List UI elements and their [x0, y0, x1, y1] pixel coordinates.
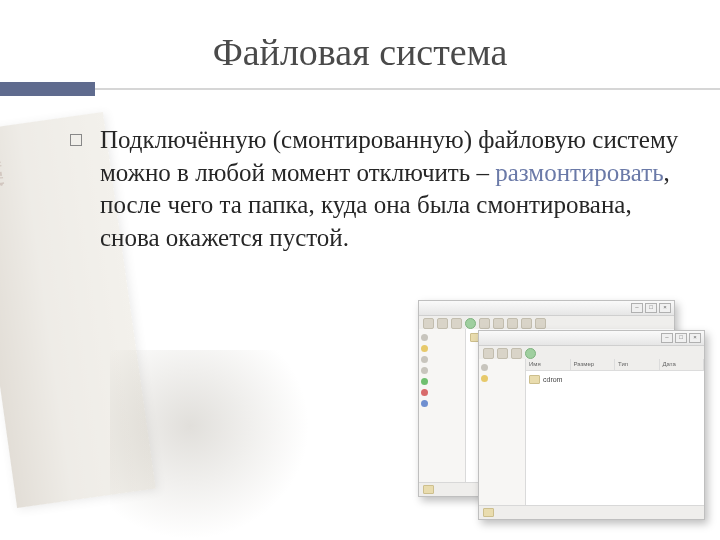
sidebar-item — [421, 398, 463, 409]
window-titlebar: – □ × — [419, 301, 674, 316]
drive-icon — [421, 367, 428, 374]
gear-icon — [535, 318, 546, 329]
places-icon — [481, 364, 488, 371]
column-header: Размер — [571, 359, 616, 370]
background-shadow — [110, 350, 310, 540]
paragraph: Подключённую (смонтированную) файловую с… — [100, 124, 690, 254]
window-body: Имя Размер Тип Дата cdrom — [479, 359, 704, 505]
sidebar — [479, 359, 526, 505]
reload-icon — [465, 318, 476, 329]
view3-icon — [521, 318, 532, 329]
column-header: Тип — [615, 359, 660, 370]
divider-line — [95, 88, 720, 90]
title-divider — [0, 82, 720, 96]
reload-icon — [525, 348, 536, 359]
sidebar-item — [421, 387, 463, 398]
sidebar-item — [421, 354, 463, 365]
window-titlebar: – □ × — [479, 331, 704, 346]
sidebar-item — [421, 343, 463, 354]
para-accent-word: размонтировать — [495, 159, 663, 186]
body-content: Подключённую (смонтированную) файловую с… — [0, 96, 720, 254]
bullet-item: Подключённую (смонтированную) файловую с… — [70, 124, 690, 254]
folder-icon — [423, 485, 434, 494]
column-header: Имя — [526, 359, 571, 370]
status-bar — [479, 505, 704, 519]
maximize-icon: □ — [675, 333, 687, 343]
close-icon: × — [689, 333, 701, 343]
up-icon — [451, 318, 462, 329]
list-header: Имя Размер Тип Дата — [526, 359, 704, 371]
file-manager-window-front: – □ × Имя Размер Тип Дата — [478, 330, 705, 520]
file-list: Имя Размер Тип Дата cdrom — [526, 359, 704, 505]
column-header: Дата — [660, 359, 705, 370]
device-icon — [421, 400, 428, 407]
minimize-icon: – — [661, 333, 673, 343]
item-label: cdrom — [543, 376, 562, 383]
folder-icon — [529, 375, 540, 384]
minimize-icon: – — [631, 303, 643, 313]
view2-icon — [507, 318, 518, 329]
desktop-icon — [421, 356, 428, 363]
home-icon — [479, 318, 490, 329]
home-icon — [481, 375, 488, 382]
forward-icon — [497, 348, 508, 359]
bullet-marker — [70, 134, 82, 146]
divider-accent — [0, 82, 95, 96]
places-icon — [421, 334, 428, 341]
back-icon — [423, 318, 434, 329]
trash-icon — [421, 389, 428, 396]
close-icon: × — [659, 303, 671, 313]
up-icon — [511, 348, 522, 359]
sidebar-item — [481, 373, 523, 384]
back-icon — [483, 348, 494, 359]
sidebar — [419, 329, 466, 482]
sidebar-item — [421, 332, 463, 343]
home-icon — [421, 345, 428, 352]
network-icon — [421, 378, 428, 385]
view-icon — [493, 318, 504, 329]
forward-icon — [437, 318, 448, 329]
sidebar-item — [421, 376, 463, 387]
list-body: cdrom — [526, 371, 704, 505]
sidebar-item — [421, 365, 463, 376]
sidebar-item — [481, 362, 523, 373]
slide-title: Файловая система — [0, 30, 720, 74]
maximize-icon: □ — [645, 303, 657, 313]
list-item: cdrom — [529, 374, 701, 385]
file-manager-illustration: – □ × home — [418, 300, 708, 528]
folder-icon — [483, 508, 494, 517]
